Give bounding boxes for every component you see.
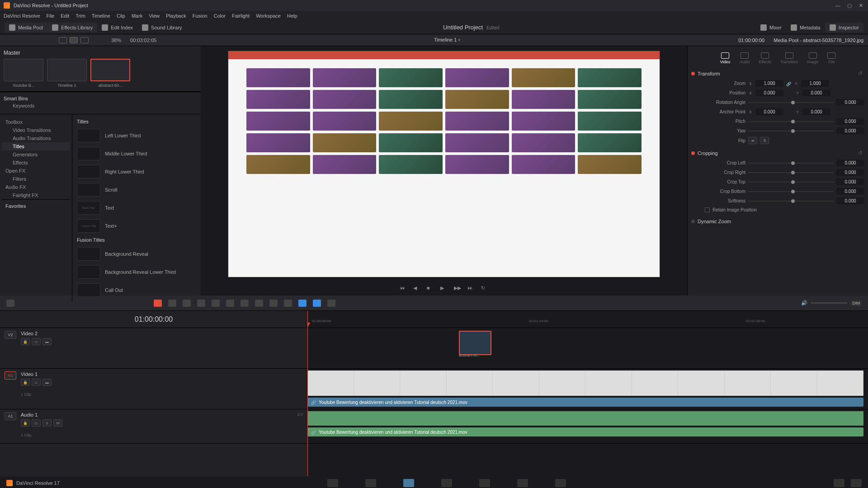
menu-item[interactable]: Clip — [117, 13, 125, 19]
cut-page-button[interactable] — [365, 479, 376, 487]
mixer-toggle[interactable]: Mixer — [756, 23, 786, 33]
fx-tree-item[interactable]: Filters — [2, 175, 70, 183]
replace-tool[interactable] — [226, 300, 234, 307]
track-header-v1[interactable]: V1 Video 1 🔒▭▬ 1 Clip — [0, 369, 307, 409]
menu-item[interactable]: Fairlight — [232, 13, 250, 19]
menu-item[interactable]: Playback — [166, 13, 186, 19]
reset-icon[interactable]: ↺ — [858, 150, 864, 156]
trim-tool[interactable] — [168, 300, 176, 307]
anchor-y-input[interactable] — [802, 108, 830, 115]
track-lane-v1[interactable]: Youtube Bewertung deaktivieren und aktiv… — [307, 369, 868, 409]
zoom-y-input[interactable] — [801, 80, 829, 87]
pos-y-input[interactable] — [802, 89, 830, 96]
yaw-slider[interactable] — [748, 131, 834, 131]
fx-tree-item[interactable]: Audio Transitions — [2, 134, 70, 142]
crop-top-slider[interactable] — [748, 182, 834, 183]
link-icon[interactable] — [786, 81, 791, 86]
crop-left-slider[interactable] — [748, 163, 834, 164]
lock-icon[interactable]: 🔒 — [21, 419, 30, 427]
inspector-toggle[interactable]: Inspector — [825, 23, 863, 33]
timeline-clip-v2[interactable] — [459, 331, 491, 355]
title-preset[interactable]: Left Lower Third — [75, 127, 198, 144]
flag-tool[interactable] — [298, 300, 307, 307]
fusion-title-preset[interactable]: Background Reveal Lower Third — [75, 263, 198, 281]
title-preset[interactable]: Right Lower Third — [75, 163, 198, 180]
timeline-view-icon[interactable] — [6, 300, 14, 307]
insert-tool[interactable] — [197, 300, 205, 307]
fusion-page-button[interactable] — [441, 479, 452, 487]
timeline-tracks[interactable]: 01:00:00:00 01:01:14:00 01:02:28:00 abst… — [307, 311, 868, 476]
deliver-page-button[interactable] — [555, 479, 566, 487]
strip-view-icon[interactable] — [80, 37, 89, 43]
fx-tree-item[interactable]: Toolbox — [2, 118, 70, 126]
track-header-v2[interactable]: V2 Video 2 🔒▭▬ — [0, 328, 307, 369]
fx-tree-item[interactable]: Fairlight FX — [2, 191, 70, 199]
cropping-header[interactable]: Cropping↺ — [691, 148, 864, 158]
first-frame-button[interactable]: ⏮ — [400, 285, 407, 292]
menu-item[interactable]: Help — [287, 13, 297, 19]
last-frame-button[interactable]: ⏭ — [467, 285, 475, 292]
crop-top-input[interactable] — [836, 178, 864, 185]
pitch-input[interactable] — [836, 118, 864, 125]
dim-button[interactable]: DIM — [851, 300, 862, 306]
master-bin-label[interactable]: Master — [4, 50, 197, 56]
metadata-toggle[interactable]: Metadata — [786, 23, 825, 33]
zoom-x-input[interactable] — [755, 80, 783, 87]
rotation-slider[interactable] — [748, 102, 834, 103]
reset-icon[interactable]: ↺ — [858, 70, 864, 77]
overwrite-tool[interactable] — [212, 300, 220, 307]
play-button[interactable]: ▶ — [440, 285, 448, 292]
volume-icon[interactable]: 🔊 — [801, 300, 807, 306]
favorites-label[interactable]: Favorites — [2, 199, 70, 212]
arm-icon[interactable]: ▭ — [32, 419, 41, 427]
flip-v-button[interactable]: ⇅ — [760, 137, 769, 144]
solo-button[interactable]: S — [42, 419, 52, 427]
lock-icon[interactable]: 🔒 — [21, 338, 30, 345]
zoom-tool[interactable] — [327, 300, 335, 307]
fusion-title-preset[interactable]: Background Reveal — [75, 245, 198, 263]
disable-icon[interactable]: ▬ — [42, 338, 52, 345]
fx-tree-item[interactable]: Titles — [2, 142, 70, 150]
stop-button[interactable]: ■ — [427, 285, 434, 292]
rotation-input[interactable] — [836, 99, 864, 106]
marker-tool[interactable] — [284, 300, 292, 307]
viewer-canvas[interactable] — [228, 51, 660, 277]
volume-slider[interactable] — [811, 302, 847, 304]
disable-icon[interactable]: ▬ — [42, 379, 52, 386]
media-clip[interactable]: abstract-50... — [90, 59, 130, 88]
fx-tree-item[interactable]: Open FX — [2, 167, 70, 175]
pos-x-input[interactable] — [755, 89, 783, 96]
inspector-tab-audio[interactable]: Audio — [740, 52, 750, 64]
retain-position-checkbox[interactable] — [705, 207, 710, 212]
flag-tool-2[interactable] — [313, 300, 321, 307]
menu-item[interactable]: View — [149, 13, 160, 19]
edit-page-button[interactable] — [403, 479, 414, 487]
flip-h-button[interactable]: ⇄ — [748, 137, 757, 144]
fx-tree-item[interactable]: Effects — [2, 159, 70, 167]
dynamic-zoom-header[interactable]: Dynamic Zoom — [691, 217, 864, 226]
effects-library-toggle[interactable]: Effects Library — [47, 23, 97, 33]
title-preset[interactable]: Middle Lower Third — [75, 145, 198, 162]
crop-right-slider[interactable] — [748, 172, 834, 173]
settings-button[interactable] — [851, 479, 862, 487]
media-pool-toggle[interactable]: Media Pool — [5, 23, 47, 33]
auto-select-icon[interactable]: ▭ — [32, 379, 41, 386]
inspector-tab-video[interactable]: Video — [720, 52, 731, 64]
inspector-tab-image[interactable]: Image — [807, 52, 818, 64]
minimize-button[interactable]: — — [835, 3, 841, 8]
crop-left-input[interactable] — [836, 160, 864, 166]
yaw-input[interactable] — [836, 127, 864, 134]
timeline-name[interactable]: Timeline 1 ▾ — [156, 37, 738, 43]
inspector-tab-file[interactable]: File — [827, 52, 835, 64]
track-lane-v2[interactable]: abstract-50... — [307, 328, 868, 369]
edit-index-toggle[interactable]: Edit Index — [97, 23, 137, 33]
thumb-view-icon[interactable] — [70, 37, 78, 43]
menu-item[interactable]: Color — [214, 13, 226, 19]
fit-tool[interactable] — [241, 300, 249, 307]
inspector-tab-effects[interactable]: Effects — [759, 52, 771, 64]
next-frame-button[interactable]: ▶▶ — [454, 285, 461, 292]
menu-item[interactable]: Trim — [75, 13, 85, 19]
menu-item[interactable]: DaVinci Resolve — [4, 13, 40, 19]
fx-tree-item[interactable]: Generators — [2, 150, 70, 159]
list-view-icon[interactable] — [59, 37, 67, 43]
